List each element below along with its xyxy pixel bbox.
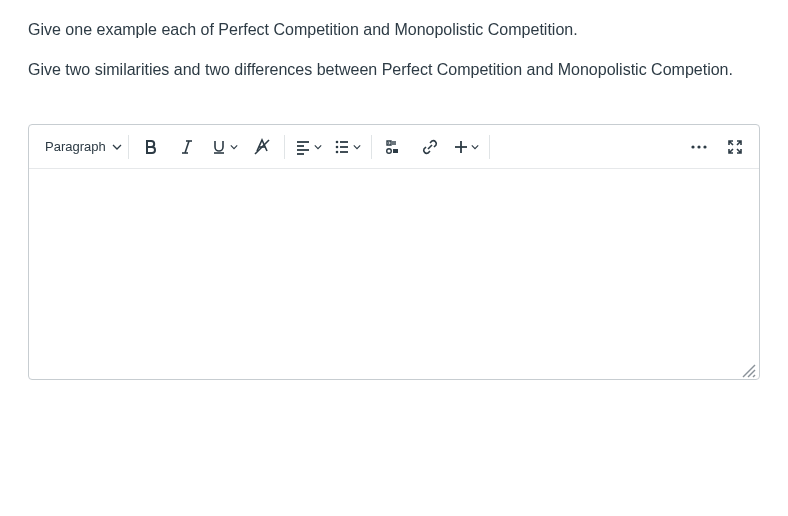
svg-line-27 [753,375,755,377]
chevron-down-icon [230,143,238,151]
svg-point-18 [386,148,391,153]
editor-content-area[interactable] [29,169,759,379]
svg-point-24 [703,145,706,148]
fullscreen-button[interactable] [717,129,753,165]
more-button[interactable] [681,129,717,165]
chevron-down-icon [314,143,322,151]
svg-point-14 [335,150,338,153]
underline-button[interactable] [205,129,244,165]
fullscreen-icon [727,139,743,155]
align-left-icon [295,139,311,155]
text-color-icon [253,138,271,156]
question-line-1: Give one example each of Perfect Competi… [28,18,760,42]
resize-handle[interactable] [739,361,757,379]
svg-rect-19 [393,149,398,153]
chevron-down-icon [112,142,122,152]
editor-toolbar: Paragraph [29,125,759,169]
toolbar-separator [128,135,129,159]
more-horizontal-icon [690,144,708,150]
media-button[interactable] [376,129,412,165]
text-color-button[interactable] [244,129,280,165]
bold-button[interactable] [133,129,169,165]
media-record-icon [385,139,403,155]
toolbar-separator [284,135,285,159]
italic-icon [179,139,195,155]
bullet-list-icon [334,139,350,155]
svg-point-23 [697,145,700,148]
italic-button[interactable] [169,129,205,165]
underline-icon [211,139,227,155]
plus-icon [454,140,468,154]
align-button[interactable] [289,129,328,165]
rich-text-editor: Paragraph [28,124,760,380]
chevron-down-icon [353,143,361,151]
insert-button[interactable] [448,129,485,165]
block-type-label: Paragraph [45,137,106,157]
svg-point-22 [691,145,694,148]
question-line-2: Give two similarities and two difference… [28,58,760,82]
chevron-down-icon [471,143,479,151]
block-type-dropdown[interactable]: Paragraph [35,129,124,165]
svg-line-2 [185,141,189,153]
question-prompt: Give one example each of Perfect Competi… [28,18,760,82]
toolbar-separator [371,135,372,159]
bold-icon [143,139,159,155]
svg-line-5 [255,140,269,154]
link-icon [421,138,439,156]
svg-point-10 [335,140,338,143]
svg-point-12 [335,145,338,148]
list-button[interactable] [328,129,367,165]
link-button[interactable] [412,129,448,165]
toolbar-separator [489,135,490,159]
